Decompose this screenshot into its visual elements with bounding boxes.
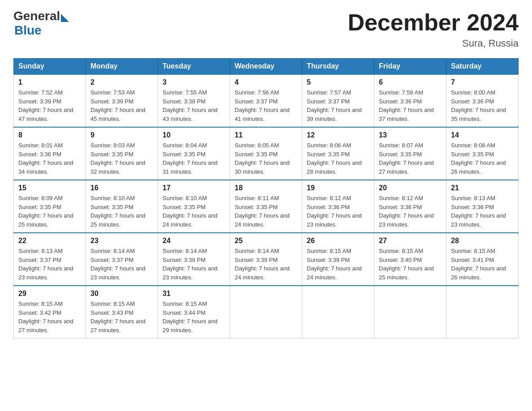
page-header: General Blue December 2024 Sura, Russia: [13, 9, 519, 49]
col-thursday: Thursday: [302, 59, 374, 75]
calendar-cell: 17 Sunrise: 8:10 AMSunset: 3:35 PMDaylig…: [158, 180, 230, 233]
day-info: Sunrise: 8:15 AMSunset: 3:39 PMDaylight:…: [307, 248, 362, 281]
calendar-cell: 13 Sunrise: 8:07 AMSunset: 3:35 PMDaylig…: [374, 127, 446, 180]
calendar-cell: 30 Sunrise: 8:15 AMSunset: 3:43 PMDaylig…: [86, 286, 158, 338]
calendar-cell: 14 Sunrise: 8:08 AMSunset: 3:35 PMDaylig…: [446, 127, 519, 180]
day-info: Sunrise: 8:04 AMSunset: 3:35 PMDaylight:…: [163, 142, 218, 175]
title-section: December 2024 Sura, Russia: [348, 9, 519, 49]
week-row-5: 29 Sunrise: 8:15 AMSunset: 3:42 PMDaylig…: [14, 286, 519, 338]
day-number: 30: [90, 290, 153, 298]
day-number: 1: [18, 78, 81, 86]
calendar-cell: 7 Sunrise: 8:00 AMSunset: 3:36 PMDayligh…: [446, 74, 519, 127]
day-info: Sunrise: 7:55 AMSunset: 3:38 PMDaylight:…: [163, 89, 218, 122]
calendar-cell: 25 Sunrise: 8:14 AMSunset: 3:39 PMDaylig…: [230, 233, 302, 286]
day-number: 20: [379, 184, 442, 192]
col-monday: Monday: [86, 59, 158, 75]
day-number: 13: [379, 131, 442, 139]
logo-arrow-icon: [61, 14, 69, 22]
day-number: 9: [90, 131, 153, 139]
day-info: Sunrise: 8:03 AMSunset: 3:35 PMDaylight:…: [90, 142, 146, 175]
day-number: 4: [235, 78, 297, 86]
calendar-cell: 29 Sunrise: 8:15 AMSunset: 3:42 PMDaylig…: [14, 286, 86, 338]
day-info: Sunrise: 7:59 AMSunset: 3:36 PMDaylight:…: [379, 89, 434, 122]
day-number: 2: [90, 78, 153, 86]
day-number: 27: [379, 237, 442, 245]
day-number: 29: [18, 290, 81, 298]
day-number: 7: [451, 78, 514, 86]
location-label: Sura, Russia: [348, 38, 519, 49]
calendar-cell: 27 Sunrise: 8:15 AMSunset: 3:40 PMDaylig…: [374, 233, 446, 286]
day-info: Sunrise: 8:15 AMSunset: 3:44 PMDaylight:…: [163, 300, 218, 334]
day-info: Sunrise: 8:15 AMSunset: 3:43 PMDaylight:…: [90, 300, 146, 334]
calendar-cell: 11 Sunrise: 8:05 AMSunset: 3:35 PMDaylig…: [230, 127, 302, 180]
calendar-cell: [446, 286, 519, 338]
calendar-cell: 22 Sunrise: 8:13 AMSunset: 3:37 PMDaylig…: [14, 233, 86, 286]
day-number: 16: [90, 184, 153, 192]
day-info: Sunrise: 8:08 AMSunset: 3:35 PMDaylight:…: [451, 142, 506, 175]
calendar-cell: 23 Sunrise: 8:14 AMSunset: 3:37 PMDaylig…: [86, 233, 158, 286]
day-number: 24: [163, 237, 225, 245]
day-info: Sunrise: 8:10 AMSunset: 3:35 PMDaylight:…: [163, 195, 218, 228]
day-number: 5: [307, 78, 369, 86]
day-number: 23: [90, 237, 153, 245]
day-info: Sunrise: 8:13 AMSunset: 3:37 PMDaylight:…: [18, 248, 73, 281]
day-info: Sunrise: 8:12 AMSunset: 3:36 PMDaylight:…: [307, 195, 362, 228]
calendar-table: Sunday Monday Tuesday Wednesday Thursday…: [13, 58, 519, 338]
day-info: Sunrise: 8:10 AMSunset: 3:35 PMDaylight:…: [90, 195, 146, 228]
calendar-cell: 6 Sunrise: 7:59 AMSunset: 3:36 PMDayligh…: [374, 74, 446, 127]
day-number: 17: [163, 184, 225, 192]
calendar-cell: 1 Sunrise: 7:52 AMSunset: 3:39 PMDayligh…: [14, 74, 86, 127]
logo-general-text: General: [13, 9, 60, 23]
day-info: Sunrise: 7:52 AMSunset: 3:39 PMDaylight:…: [18, 89, 73, 122]
calendar-cell: 21 Sunrise: 8:13 AMSunset: 3:36 PMDaylig…: [446, 180, 519, 233]
calendar-cell: 26 Sunrise: 8:15 AMSunset: 3:39 PMDaylig…: [302, 233, 374, 286]
calendar-cell: 4 Sunrise: 7:56 AMSunset: 3:37 PMDayligh…: [230, 74, 302, 127]
calendar-cell: 15 Sunrise: 8:09 AMSunset: 3:35 PMDaylig…: [14, 180, 86, 233]
week-row-2: 8 Sunrise: 8:01 AMSunset: 3:36 PMDayligh…: [14, 127, 519, 180]
week-row-3: 15 Sunrise: 8:09 AMSunset: 3:35 PMDaylig…: [14, 180, 519, 233]
day-info: Sunrise: 8:05 AMSunset: 3:35 PMDaylight:…: [235, 142, 290, 175]
col-saturday: Saturday: [446, 59, 519, 75]
day-number: 8: [18, 131, 81, 139]
logo: General Blue: [13, 9, 69, 38]
day-info: Sunrise: 8:15 AMSunset: 3:41 PMDaylight:…: [451, 248, 506, 281]
logo-blue-text: Blue: [14, 23, 42, 38]
calendar-cell: [230, 286, 302, 338]
col-sunday: Sunday: [14, 59, 86, 75]
day-info: Sunrise: 8:07 AMSunset: 3:35 PMDaylight:…: [379, 142, 434, 175]
day-info: Sunrise: 8:11 AMSunset: 3:35 PMDaylight:…: [235, 195, 290, 228]
week-row-4: 22 Sunrise: 8:13 AMSunset: 3:37 PMDaylig…: [14, 233, 519, 286]
day-number: 28: [451, 237, 514, 245]
day-number: 25: [235, 237, 297, 245]
day-number: 31: [163, 290, 225, 298]
day-info: Sunrise: 8:15 AMSunset: 3:40 PMDaylight:…: [379, 248, 434, 281]
col-wednesday: Wednesday: [230, 59, 302, 75]
calendar-cell: 2 Sunrise: 7:53 AMSunset: 3:39 PMDayligh…: [86, 74, 158, 127]
calendar-cell: 16 Sunrise: 8:10 AMSunset: 3:35 PMDaylig…: [86, 180, 158, 233]
day-number: 19: [307, 184, 369, 192]
calendar-cell: 5 Sunrise: 7:57 AMSunset: 3:37 PMDayligh…: [302, 74, 374, 127]
day-info: Sunrise: 7:57 AMSunset: 3:37 PMDaylight:…: [307, 89, 362, 122]
calendar-cell: [302, 286, 374, 338]
calendar-cell: 28 Sunrise: 8:15 AMSunset: 3:41 PMDaylig…: [446, 233, 519, 286]
day-info: Sunrise: 8:15 AMSunset: 3:42 PMDaylight:…: [18, 300, 73, 334]
calendar-header-row: Sunday Monday Tuesday Wednesday Thursday…: [14, 59, 519, 75]
calendar-cell: 9 Sunrise: 8:03 AMSunset: 3:35 PMDayligh…: [86, 127, 158, 180]
calendar-cell: 12 Sunrise: 8:06 AMSunset: 3:35 PMDaylig…: [302, 127, 374, 180]
day-number: 12: [307, 131, 369, 139]
calendar-cell: 20 Sunrise: 8:12 AMSunset: 3:36 PMDaylig…: [374, 180, 446, 233]
day-number: 18: [235, 184, 297, 192]
day-info: Sunrise: 7:56 AMSunset: 3:37 PMDaylight:…: [235, 89, 290, 122]
calendar-cell: 18 Sunrise: 8:11 AMSunset: 3:35 PMDaylig…: [230, 180, 302, 233]
col-friday: Friday: [374, 59, 446, 75]
day-info: Sunrise: 7:53 AMSunset: 3:39 PMDaylight:…: [90, 89, 146, 122]
calendar-cell: 31 Sunrise: 8:15 AMSunset: 3:44 PMDaylig…: [158, 286, 230, 338]
calendar-cell: [374, 286, 446, 338]
calendar-cell: 3 Sunrise: 7:55 AMSunset: 3:38 PMDayligh…: [158, 74, 230, 127]
day-info: Sunrise: 8:09 AMSunset: 3:35 PMDaylight:…: [18, 195, 73, 228]
day-number: 10: [163, 131, 225, 139]
day-number: 3: [163, 78, 225, 86]
day-info: Sunrise: 8:14 AMSunset: 3:38 PMDaylight:…: [163, 248, 218, 281]
day-number: 15: [18, 184, 81, 192]
day-info: Sunrise: 8:12 AMSunset: 3:36 PMDaylight:…: [379, 195, 434, 228]
